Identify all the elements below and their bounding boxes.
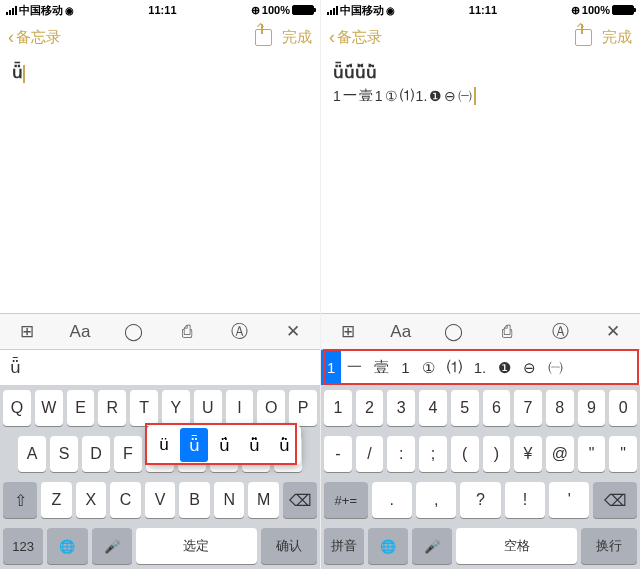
candidate[interactable]: 1. xyxy=(468,350,493,385)
done-button[interactable]: 完成 xyxy=(282,28,312,47)
right-screenshot: 中国移动◉ 11:11 ⊕100% ‹备忘录 完成 ǖǘǚǜ 1一壹1①⑴1.❶… xyxy=(320,0,640,569)
key[interactable]: 9 xyxy=(578,390,606,426)
key[interactable]: ' xyxy=(549,482,589,518)
key[interactable]: - xyxy=(324,436,352,472)
camera-icon[interactable]: ⎙ xyxy=(160,322,213,342)
key[interactable]: , xyxy=(416,482,456,518)
key[interactable]: F xyxy=(114,436,142,472)
123-key[interactable]: 123 xyxy=(3,528,43,564)
candidate[interactable]: ❶ xyxy=(492,350,517,385)
candidate[interactable]: 壹 xyxy=(368,350,395,385)
key[interactable]: / xyxy=(356,436,384,472)
key[interactable]: Y xyxy=(162,390,190,426)
key[interactable]: 2 xyxy=(356,390,384,426)
alt-key[interactable]: #+= xyxy=(324,482,368,518)
check-icon[interactable]: ◯ xyxy=(427,321,480,342)
back-button[interactable]: ‹备忘录 xyxy=(329,27,382,48)
candidate[interactable]: 一 xyxy=(341,350,368,385)
camera-icon[interactable]: ⎙ xyxy=(481,322,534,342)
key[interactable]: " xyxy=(578,436,606,472)
check-icon[interactable]: ◯ xyxy=(107,321,160,342)
key[interactable]: B xyxy=(179,482,210,518)
key[interactable]: M xyxy=(248,482,279,518)
candidate[interactable]: 1 xyxy=(321,350,341,385)
key[interactable]: . xyxy=(372,482,412,518)
popup-key[interactable]: ǖ xyxy=(180,428,208,462)
key[interactable]: N xyxy=(214,482,245,518)
mic-key[interactable]: 🎤 xyxy=(92,528,132,564)
key[interactable]: A xyxy=(18,436,46,472)
key[interactable]: 3 xyxy=(387,390,415,426)
key[interactable]: Q xyxy=(3,390,31,426)
confirm-key[interactable]: 确认 xyxy=(261,528,317,564)
key[interactable]: 5 xyxy=(451,390,479,426)
mic-key[interactable]: 🎤 xyxy=(412,528,452,564)
key[interactable]: 7 xyxy=(514,390,542,426)
share-icon[interactable] xyxy=(255,29,272,46)
key[interactable]: Z xyxy=(41,482,72,518)
delete-key[interactable]: ⌫ xyxy=(283,482,317,518)
key[interactable]: P xyxy=(289,390,317,426)
key[interactable]: : xyxy=(387,436,415,472)
popup-key[interactable]: ǜ xyxy=(270,428,298,462)
close-icon[interactable]: ✕ xyxy=(587,321,640,342)
done-button[interactable]: 完成 xyxy=(602,28,632,47)
close-icon[interactable]: ✕ xyxy=(267,321,320,342)
key[interactable]: U xyxy=(194,390,222,426)
delete-key[interactable]: ⌫ xyxy=(593,482,637,518)
select-key[interactable]: 选定 xyxy=(136,528,257,564)
popup-key[interactable]: ü xyxy=(150,428,178,462)
note-body[interactable]: ǖ xyxy=(0,54,320,313)
newline-key[interactable]: 换行 xyxy=(581,528,637,564)
back-button[interactable]: ‹备忘录 xyxy=(8,27,61,48)
share-icon[interactable] xyxy=(575,29,592,46)
key[interactable]: I xyxy=(226,390,254,426)
key[interactable]: ) xyxy=(483,436,511,472)
key[interactable]: ¥ xyxy=(514,436,542,472)
globe-key[interactable]: 🌐 xyxy=(47,528,87,564)
key[interactable]: ! xyxy=(505,482,545,518)
space-key[interactable]: 空格 xyxy=(456,528,576,564)
key[interactable]: ; xyxy=(419,436,447,472)
aa-icon[interactable]: Aa xyxy=(53,322,106,342)
key[interactable]: ( xyxy=(451,436,479,472)
key[interactable]: 8 xyxy=(546,390,574,426)
key[interactable]: D xyxy=(82,436,110,472)
popup-key[interactable]: ǘ xyxy=(210,428,238,462)
key[interactable]: 1 xyxy=(324,390,352,426)
popup-key[interactable]: ǚ xyxy=(240,428,268,462)
candidate[interactable]: ǖ xyxy=(0,350,31,385)
key[interactable]: S xyxy=(50,436,78,472)
candidate[interactable]: ⊖ xyxy=(517,350,542,385)
key[interactable]: O xyxy=(257,390,285,426)
back-label: 备忘录 xyxy=(16,28,61,47)
pen-icon[interactable]: Ⓐ xyxy=(213,320,266,343)
key[interactable]: C xyxy=(110,482,141,518)
key[interactable]: 4 xyxy=(419,390,447,426)
chevron-left-icon: ‹ xyxy=(8,27,14,48)
key[interactable]: T xyxy=(130,390,158,426)
pinyin-key[interactable]: 拼音 xyxy=(324,528,364,564)
shift-key[interactable]: ⇧ xyxy=(3,482,37,518)
candidate[interactable]: ⑴ xyxy=(441,350,468,385)
pen-icon[interactable]: Ⓐ xyxy=(534,320,587,343)
note-body[interactable]: ǖǘǚǜ 1一壹1①⑴1.❶⊖㈠ xyxy=(321,54,640,313)
candidate[interactable]: ① xyxy=(416,350,441,385)
key[interactable]: R xyxy=(98,390,126,426)
grid-icon[interactable]: ⊞ xyxy=(0,321,53,342)
candidate[interactable]: 1 xyxy=(395,350,415,385)
status-bar: 中国移动◉ 11:11 ⊕100% xyxy=(321,0,640,20)
key[interactable]: W xyxy=(35,390,63,426)
key[interactable]: @ xyxy=(546,436,574,472)
aa-icon[interactable]: Aa xyxy=(374,322,427,342)
key[interactable]: 6 xyxy=(483,390,511,426)
key[interactable]: X xyxy=(76,482,107,518)
globe-key[interactable]: 🌐 xyxy=(368,528,408,564)
key[interactable]: V xyxy=(145,482,176,518)
key[interactable]: ? xyxy=(460,482,500,518)
key[interactable]: " xyxy=(609,436,637,472)
key[interactable]: 0 xyxy=(609,390,637,426)
grid-icon[interactable]: ⊞ xyxy=(321,321,374,342)
key[interactable]: E xyxy=(67,390,95,426)
candidate[interactable]: ㈠ xyxy=(542,350,569,385)
